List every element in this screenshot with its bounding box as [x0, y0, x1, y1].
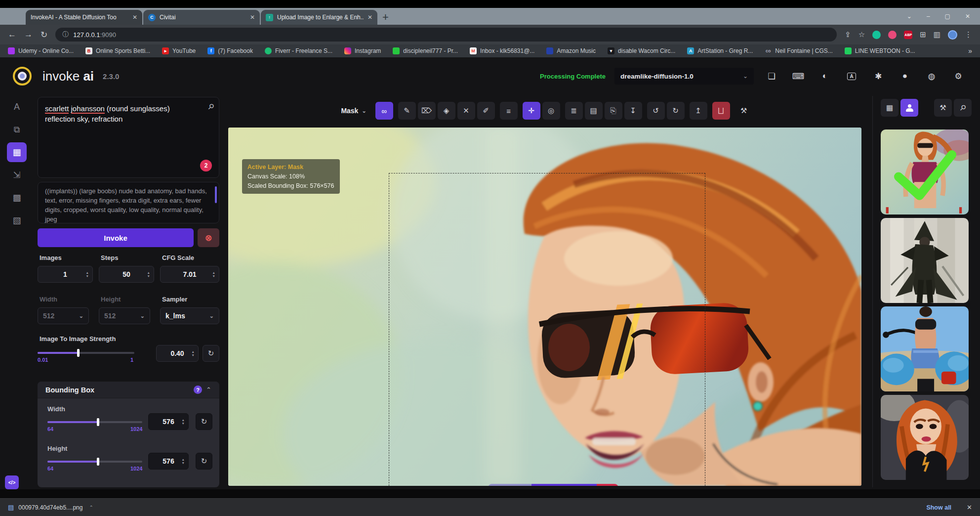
reload-icon[interactable]: ↻	[41, 30, 47, 40]
bbox-width-reset-button[interactable]: ↻	[196, 413, 212, 430]
save-floppy-icon[interactable]: ▤	[575, 484, 597, 486]
report-bug-icon[interactable]: ✱	[869, 67, 887, 85]
tab-image-to-image[interactable]: ⧉	[7, 120, 27, 139]
tab-close-icon[interactable]: ✕	[368, 14, 372, 21]
sampler-select[interactable]: k_lms⌄	[160, 307, 219, 324]
erase-bounding-box-icon[interactable]: ✕	[457, 102, 475, 120]
gallery-thumbnail[interactable]	[881, 395, 969, 480]
stepper-icons[interactable]: ▲▼	[86, 271, 89, 278]
bbox-width-input[interactable]: 576▲▼	[148, 413, 189, 430]
negative-prompt-textarea[interactable]: ((implants)) (large boobs) nude bad anat…	[38, 182, 219, 223]
site-info-icon[interactable]: ⓘ	[62, 30, 69, 39]
close-button[interactable]: ✕	[965, 13, 970, 20]
side-panel-icon[interactable]: ▥	[934, 30, 940, 39]
stepper-icons[interactable]: ▲▼	[212, 271, 215, 278]
chevron-up-icon[interactable]: ⌃	[89, 505, 93, 510]
browser-tab-upscale[interactable]: ↑ Upload Image to Enlarge & Enh... ✕	[261, 10, 377, 25]
gallery-thumbnail[interactable]	[881, 218, 969, 303]
tab-close-icon[interactable]: ✕	[132, 14, 137, 21]
bookmark-item[interactable]: ▾disable Wacom Circ...	[608, 47, 675, 54]
bookmark-item[interactable]: Amazon Music	[546, 47, 596, 54]
bookmark-item[interactable]: ▸YouTube	[162, 47, 196, 54]
bookmark-item[interactable]: BOnline Sports Betti...	[85, 47, 150, 54]
cfg-scale-input[interactable]: 7.01▲▼	[160, 266, 219, 283]
tab-nodes[interactable]: ⇲	[7, 165, 27, 185]
tab-unified-canvas[interactable]: ▦	[7, 142, 27, 162]
show-hide-eye-icon[interactable]: ◉	[553, 484, 575, 486]
close-downloads-icon[interactable]: ✕	[967, 504, 972, 511]
gallery-settings-wrench-icon[interactable]: ⚒	[934, 99, 952, 117]
color-picker-icon[interactable]: ✐	[477, 102, 495, 120]
download-filename[interactable]: 000979.40d74eb5....png	[18, 504, 82, 511]
mask-toggle-icon[interactable]: ∞	[375, 102, 393, 120]
model-select[interactable]: dreamlike-diffusion-1.0 ⌄	[614, 68, 754, 85]
bbox-height-input[interactable]: 576▲▼	[148, 453, 189, 470]
console-toggle-button[interactable]: </>	[5, 475, 19, 489]
save-to-gallery-icon[interactable]: ▤	[585, 102, 603, 120]
bookmark-item[interactable]: coNeil Fontaine | CGS...	[765, 47, 833, 54]
reset-view-icon[interactable]: ◎	[542, 102, 560, 120]
images-input[interactable]: 1▲▼	[38, 266, 93, 283]
cancel-button[interactable]: ⊗	[198, 228, 219, 247]
model-manager-icon[interactable]: ❏	[763, 67, 780, 85]
slider-thumb[interactable]	[77, 349, 80, 357]
discord-icon[interactable]: ◍	[923, 67, 940, 85]
canvas-image[interactable]: Active Layer: Mask Canvas Scale: 108% Sc…	[228, 128, 861, 486]
height-select[interactable]: 512⌄	[99, 307, 150, 324]
bbox-height-slider[interactable]	[47, 461, 142, 463]
settings-gear-icon[interactable]: ⚙	[949, 67, 967, 85]
bookmark-item[interactable]: MInbox - klk56831@...	[470, 47, 534, 54]
share-icon[interactable]: ⇪	[845, 30, 851, 39]
grammarly-extension-icon[interactable]	[872, 31, 881, 39]
layer-select[interactable]: Mask⌄	[337, 107, 370, 115]
back-icon[interactable]: ←	[8, 30, 16, 40]
canvas-settings-wrench-icon[interactable]: ⚒	[735, 102, 753, 120]
stepper-icons[interactable]: ▲▼	[192, 350, 195, 357]
menu-dots-icon[interactable]: ⋮	[965, 30, 972, 39]
undo-icon[interactable]: ↺	[647, 102, 665, 120]
extensions-puzzle-icon[interactable]: ⊞	[920, 30, 926, 39]
scrollbar-thumb[interactable]	[215, 186, 217, 203]
slider-thumb[interactable]	[97, 418, 99, 426]
chevron-up-icon[interactable]: ⌃	[206, 386, 211, 393]
next-image-icon[interactable]: →	[510, 484, 531, 486]
invoke-button[interactable]: Invoke	[38, 228, 194, 247]
url-field[interactable]: ⓘ 127.0.0.1:9090	[55, 28, 837, 42]
profile-avatar[interactable]	[948, 30, 957, 40]
gallery-thumbnail[interactable]	[881, 306, 969, 391]
discard-x-icon[interactable]: ✕	[597, 484, 618, 486]
stepper-icons[interactable]: ▲▼	[147, 271, 150, 278]
stepper-icons[interactable]: ▲▼	[182, 418, 185, 425]
steps-input[interactable]: 50▲▼	[99, 266, 154, 283]
tab-list-chevron-icon[interactable]: ⌄	[907, 13, 912, 20]
minimize-button[interactable]: –	[927, 13, 930, 20]
help-icon[interactable]: ?	[194, 386, 202, 394]
gallery-thumbnail-selected[interactable]	[881, 129, 969, 215]
brush-icon[interactable]: ✎	[398, 102, 416, 120]
prompt-textarea[interactable]: scarlett johansson (round sunglasses) re…	[38, 97, 219, 178]
hotkeys-keyboard-icon[interactable]: ⌨	[789, 67, 807, 85]
slider-thumb[interactable]	[97, 458, 99, 466]
strength-slider[interactable]	[38, 352, 134, 354]
fill-bounding-box-icon[interactable]: ◈	[438, 102, 455, 120]
clear-canvas-trash-icon[interactable]: ⨆	[712, 102, 730, 120]
tab-training[interactable]: ▧	[7, 211, 27, 230]
maximize-button[interactable]: ▢	[945, 13, 950, 20]
redo-icon[interactable]: ↻	[667, 102, 685, 120]
width-select[interactable]: 512⌄	[38, 307, 89, 324]
bbox-height-reset-button[interactable]: ↻	[196, 453, 212, 470]
tab-close-icon[interactable]: ✕	[250, 14, 255, 21]
download-image-icon[interactable]: ↧	[624, 102, 642, 120]
gallery-person-tab-icon[interactable]	[900, 99, 918, 117]
merge-layers-icon[interactable]: ≣	[565, 102, 583, 120]
bookmark-item[interactable]: Udemy - Online Co...	[8, 47, 74, 54]
upload-image-icon[interactable]: ↥	[690, 102, 707, 120]
strength-input[interactable]: 0.40▲▼	[156, 345, 199, 362]
copy-to-clipboard-icon[interactable]: ⎘	[605, 102, 622, 120]
github-icon[interactable]: ●	[896, 67, 914, 85]
bookmark-item[interactable]: discipleneil777 - Pr...	[393, 47, 458, 54]
strength-reset-button[interactable]: ↻	[203, 345, 219, 362]
gallery-images-tab-icon[interactable]: ▦	[881, 99, 898, 117]
bookmark-item[interactable]: Instagram	[344, 47, 381, 54]
move-tool-icon[interactable]: ✛	[523, 102, 540, 120]
